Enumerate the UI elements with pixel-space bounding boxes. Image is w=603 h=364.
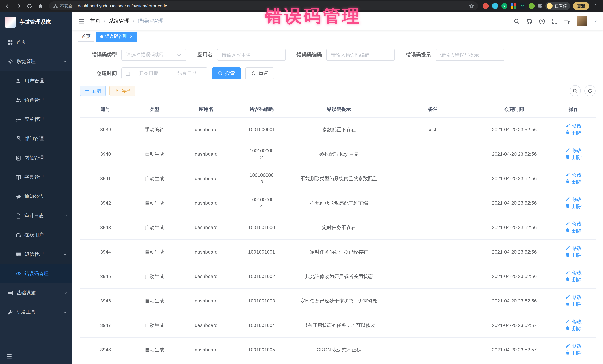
delete-link-label: 删除	[572, 130, 582, 136]
edit-link[interactable]: 修改	[566, 318, 582, 325]
delete-link[interactable]: 删除	[566, 350, 582, 356]
edit-link[interactable]: 修改	[566, 343, 582, 350]
help-icon[interactable]	[539, 18, 545, 24]
profile-button[interactable]: 已暂停	[545, 2, 570, 10]
sidebar-item-infra[interactable]: 基础设施	[0, 283, 72, 302]
chevron-down-icon	[177, 53, 181, 57]
github-icon[interactable]	[526, 18, 533, 24]
delete-link[interactable]: 删除	[566, 154, 582, 161]
cell-app: dashboard	[178, 191, 234, 215]
search-button[interactable]: 搜索	[212, 67, 241, 79]
error-type-select[interactable]: 请选择错误码类型	[121, 49, 186, 61]
refresh-table-button[interactable]	[584, 85, 596, 96]
header-search-icon[interactable]	[514, 18, 520, 24]
edit-link[interactable]: 修改	[566, 269, 582, 276]
delete-link[interactable]: 删除	[566, 227, 582, 234]
delete-link[interactable]: 删除	[566, 301, 582, 308]
date-range-picker[interactable]: 开始日期 - 结束日期	[121, 67, 208, 79]
edit-link[interactable]: 修改	[566, 123, 582, 129]
sidebar-item-sms[interactable]: 短信管理	[0, 245, 72, 264]
cell-hint: CRON 表达式不正确	[289, 338, 389, 362]
tab-首页[interactable]: 首页	[78, 32, 94, 41]
app-logo[interactable]: 芋道管理系统	[0, 12, 72, 33]
sidebar-item-notice[interactable]: 通知公告	[0, 187, 72, 206]
browser-chrome: 不安全 dashboard.yudao.iocoder.cn/system/er…	[0, 0, 603, 12]
cell-hint: 定时任务不存在	[289, 215, 389, 240]
add-button[interactable]: 新增	[80, 86, 106, 96]
browser-update-button[interactable]: 更新	[573, 2, 589, 10]
delete-link[interactable]: 删除	[566, 203, 582, 210]
home-button[interactable]	[36, 2, 44, 10]
browser-menu-icon[interactable]: ⋮	[592, 3, 599, 9]
address-bar[interactable]: 不安全 dashboard.yudao.iocoder.cn/system/er…	[49, 1, 478, 10]
extension-icon-green[interactable]	[529, 3, 535, 9]
sidebar-item-home[interactable]: 首页	[0, 33, 72, 52]
cell-id: 3942	[80, 191, 131, 215]
delete-link-label: 删除	[572, 350, 582, 356]
close-tab-icon[interactable]: ×	[130, 34, 133, 39]
edit-link-label: 修改	[572, 269, 582, 276]
user-avatar[interactable]	[577, 16, 587, 26]
breadcrumb-system[interactable]: 系统管理	[109, 18, 129, 24]
extensions-puzzle-icon[interactable]	[537, 3, 543, 9]
sidebar-item-role[interactable]: 角色管理	[0, 90, 72, 110]
sidebar-item-dept[interactable]: 部门管理	[0, 129, 72, 148]
sidebar-item-label: 部门管理	[24, 135, 44, 142]
sidebar-item-dev-tools[interactable]: 研发工具	[0, 302, 72, 322]
fullscreen-icon[interactable]	[551, 18, 558, 24]
app-name-input[interactable]	[217, 49, 286, 61]
toggle-search-button[interactable]	[570, 85, 581, 96]
security-chip[interactable]: 不安全	[53, 3, 72, 9]
sidebar-item-audit-log[interactable]: 审计日志	[0, 206, 72, 225]
breadcrumb-separator: /	[133, 18, 134, 24]
error-code-input[interactable]	[326, 49, 395, 61]
cell-code: 1001001005	[234, 338, 289, 362]
cell-id: 3939	[80, 117, 131, 142]
delete-link[interactable]: 删除	[566, 276, 582, 283]
sidebar-item-dict[interactable]: 字典管理	[0, 167, 72, 187]
delete-link-label: 删除	[572, 178, 582, 185]
breadcrumb-separator: /	[104, 18, 105, 24]
extension-icon-dark-on[interactable]: on	[520, 3, 525, 9]
table-row: 3939手动编辑dashboard1001000001参数配置不存在ceshi2…	[80, 117, 596, 142]
edit-link-label: 修改	[572, 245, 582, 252]
cell-type: 自动生成	[131, 288, 178, 313]
sidebar-item-online-user[interactable]: 在线用户	[0, 225, 72, 245]
edit-link[interactable]: 修改	[566, 147, 582, 154]
breadcrumb-home[interactable]: 首页	[90, 18, 101, 24]
extension-icon-colors-grid[interactable]	[510, 3, 516, 9]
tab-label: 首页	[82, 33, 91, 40]
delete-link[interactable]: 删除	[566, 325, 582, 332]
extension-icon-teal[interactable]	[492, 3, 498, 9]
bookmark-star-icon[interactable]	[469, 3, 474, 9]
extension-icon-red[interactable]	[483, 3, 489, 9]
sidebar-collapse-button[interactable]	[6, 353, 12, 360]
message-icon	[16, 252, 21, 257]
edit-link[interactable]: 修改	[566, 196, 582, 203]
sidebar-item-menu[interactable]: 菜单管理	[0, 110, 72, 129]
sidebar-item-system[interactable]: 系统管理	[0, 52, 72, 71]
delete-link[interactable]: 删除	[566, 252, 582, 259]
forward-button[interactable]	[14, 2, 23, 10]
reload-button[interactable]	[25, 2, 33, 10]
edit-link[interactable]: 修改	[566, 245, 582, 252]
back-button[interactable]	[4, 2, 12, 10]
tab-错误码管理[interactable]: 错误码管理×	[96, 32, 136, 41]
gear-icon	[7, 59, 13, 64]
sidebar-item-user[interactable]: 用户管理	[0, 71, 72, 90]
edit-link[interactable]: 修改	[566, 221, 582, 227]
export-button[interactable]: 导出	[109, 86, 135, 96]
error-hint-input[interactable]	[435, 49, 504, 61]
font-size-icon[interactable]	[564, 18, 570, 24]
edit-link[interactable]: 修改	[566, 294, 582, 301]
cell-app: dashboard	[178, 142, 234, 166]
sidebar-item-post[interactable]: 岗位管理	[0, 148, 72, 167]
extension-icon-green-v[interactable]: V	[501, 3, 507, 9]
reset-button[interactable]: 重置	[245, 67, 274, 79]
delete-link[interactable]: 删除	[566, 130, 582, 136]
edit-link[interactable]: 修改	[566, 172, 582, 178]
sidebar-item-error-code[interactable]: 错误码管理	[0, 264, 72, 283]
delete-link[interactable]: 删除	[566, 178, 582, 185]
menu-toggle-button[interactable]	[78, 18, 85, 24]
avatar-chevron-down-icon[interactable]	[593, 19, 597, 23]
